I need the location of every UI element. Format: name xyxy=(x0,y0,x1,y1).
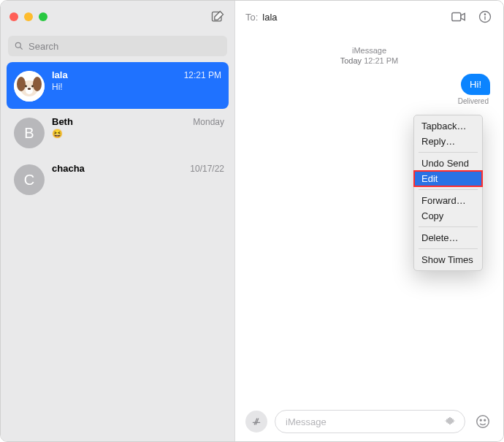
menu-item-undo-send[interactable]: Undo Send xyxy=(414,156,482,171)
message-input[interactable]: iMessage xyxy=(275,410,465,433)
thread: iMessage Today 12:21 PM Hi! Delivered Ta… xyxy=(235,33,503,402)
audio-message-button[interactable] xyxy=(443,415,457,429)
conversation-header: To: lala xyxy=(235,1,503,33)
service-label: iMessage xyxy=(248,46,490,55)
avatar: C xyxy=(14,164,45,195)
menu-item-copy[interactable]: Copy xyxy=(414,208,482,224)
compose-bar: iMessage xyxy=(235,402,503,441)
svg-point-13 xyxy=(477,416,489,428)
delivered-label: Delivered xyxy=(248,97,490,105)
conversation-time: 12:21 PM xyxy=(184,70,221,80)
to-name: lala xyxy=(262,12,277,23)
window-controls xyxy=(9,12,47,21)
svg-point-14 xyxy=(480,419,481,421)
menu-separator xyxy=(419,226,478,227)
timestamp-time: 12:21 PM xyxy=(364,56,398,65)
timestamp-day: Today xyxy=(340,56,362,65)
avatar: B xyxy=(14,118,45,148)
zoom-window-button[interactable] xyxy=(39,12,47,21)
message-bubble-sent[interactable]: Hi! xyxy=(461,74,490,95)
app-store-icon xyxy=(251,416,262,427)
svg-point-12 xyxy=(484,14,485,15)
compose-icon xyxy=(210,9,225,24)
compose-button[interactable] xyxy=(210,9,226,25)
conversation-row[interactable]: C chacha 10/17/22 xyxy=(1,156,234,202)
menu-item-tapback[interactable]: Tapback… xyxy=(414,118,482,134)
menu-item-delete[interactable]: Delete… xyxy=(414,230,482,245)
menu-item-show-times[interactable]: Show Times xyxy=(414,252,482,267)
search-placeholder: Search xyxy=(28,41,58,52)
apps-button[interactable] xyxy=(245,411,267,433)
conversation-time: Monday xyxy=(193,117,224,127)
emoji-button[interactable] xyxy=(473,411,493,432)
avatar xyxy=(14,71,45,102)
conversation-pane: To: lala iMessage Today xyxy=(235,1,503,441)
search-icon xyxy=(14,41,24,51)
menu-item-forward[interactable]: Forward… xyxy=(414,193,482,208)
conversation-preview: Hi! xyxy=(52,82,221,92)
smiley-icon xyxy=(475,414,491,430)
to-label: To: xyxy=(245,12,258,23)
waveform-icon xyxy=(443,415,457,427)
close-window-button[interactable] xyxy=(9,12,18,21)
puppy-avatar-icon xyxy=(14,71,45,102)
conversation-preview: 😆 xyxy=(52,129,224,139)
conversation-time: 10/17/22 xyxy=(190,164,224,174)
conversation-name: chacha xyxy=(52,163,85,174)
conversation-name: Beth xyxy=(52,116,73,127)
svg-point-8 xyxy=(25,85,27,88)
svg-point-7 xyxy=(28,88,31,90)
menu-item-edit[interactable]: Edit xyxy=(414,171,482,186)
info-icon xyxy=(478,9,492,24)
svg-point-9 xyxy=(31,85,34,88)
details-button[interactable] xyxy=(477,9,493,25)
svg-point-1 xyxy=(15,42,20,47)
thread-timestamp: iMessage Today 12:21 PM xyxy=(248,46,490,65)
message-context-menu: Tapback… Reply… Undo Send Edit Forward… … xyxy=(413,115,483,271)
svg-point-15 xyxy=(484,419,486,421)
conversation-row[interactable]: B Beth Monday 😆 xyxy=(1,109,234,156)
search-input[interactable]: Search xyxy=(8,36,227,56)
video-icon xyxy=(451,9,467,25)
conversation-list: lala 12:21 PM Hi! B Beth Monday 😆 C xyxy=(1,62,234,441)
menu-separator xyxy=(419,152,478,153)
sidebar: Search xyxy=(1,1,235,441)
messages-window: Search xyxy=(0,0,504,442)
minimize-window-button[interactable] xyxy=(24,12,33,21)
svg-point-5 xyxy=(33,77,42,91)
menu-item-reply[interactable]: Reply… xyxy=(414,134,482,149)
menu-separator xyxy=(419,248,478,249)
menu-separator xyxy=(419,189,478,190)
svg-rect-10 xyxy=(452,13,461,21)
titlebar xyxy=(1,1,234,33)
conversation-name: lala xyxy=(52,69,68,80)
conversation-row[interactable]: lala 12:21 PM Hi! xyxy=(7,62,229,109)
facetime-button[interactable] xyxy=(451,9,467,25)
svg-point-4 xyxy=(17,77,26,91)
message-placeholder: iMessage xyxy=(286,416,327,427)
